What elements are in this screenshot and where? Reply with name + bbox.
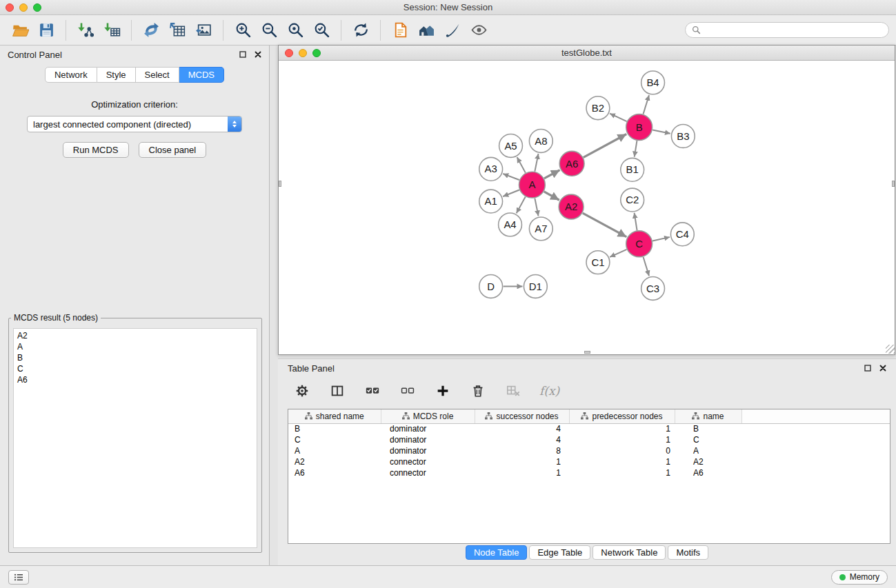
table-row[interactable]: Adominator80A [288, 445, 890, 456]
node-A4[interactable]: A4 [499, 213, 522, 236]
result-item[interactable]: C [17, 363, 253, 374]
zoom-in-icon[interactable] [232, 19, 254, 41]
delete-icon[interactable] [469, 382, 487, 400]
result-item[interactable]: B [17, 352, 253, 363]
import-network-icon[interactable] [74, 19, 97, 41]
network-graph[interactable]: B4B2BB3A5A8A6A3AB1A1A2C2A4A7C4CC1C3DD1 [279, 61, 895, 354]
result-item[interactable]: A6 [17, 374, 253, 385]
zoom-selected-icon[interactable] [310, 19, 332, 41]
table-row[interactable]: Cdominator41C [288, 434, 890, 445]
report-icon[interactable] [389, 19, 411, 41]
select-all-icon[interactable] [364, 382, 381, 400]
edge-C-C3[interactable] [644, 257, 649, 276]
edge-A-A2[interactable] [544, 192, 559, 200]
home-icon[interactable] [415, 19, 437, 41]
node-B1[interactable]: B1 [621, 158, 644, 181]
import-table-icon[interactable] [101, 19, 123, 41]
table-row[interactable]: Bdominator41B [288, 423, 890, 434]
deselect-all-icon[interactable] [399, 382, 417, 400]
window-minimize-button[interactable] [19, 3, 28, 12]
edge-A-A6[interactable] [544, 170, 560, 179]
show-hide-eye-icon[interactable] [468, 19, 490, 41]
memory-button[interactable]: Memory [831, 570, 888, 585]
column-header-predecessor-nodes[interactable]: predecessor nodes [569, 409, 675, 423]
node-C2[interactable]: C2 [621, 188, 644, 212]
node-A5[interactable]: A5 [499, 134, 523, 157]
close-panel-icon[interactable] [255, 51, 261, 58]
search-box[interactable] [685, 22, 889, 38]
edge-A-A4[interactable] [517, 197, 526, 214]
node-A8[interactable]: A8 [529, 130, 552, 153]
node-C4[interactable]: C4 [670, 223, 694, 246]
zoom-out-icon[interactable] [258, 19, 280, 41]
column-header-shared-name[interactable]: shared name [288, 409, 381, 423]
network-window-titlebar[interactable]: testGlobe.txt [279, 45, 895, 61]
frame-resize-handle[interactable] [892, 181, 895, 187]
table-settings-gear-icon[interactable] [293, 382, 311, 400]
edge-A-A3[interactable] [503, 174, 519, 180]
edge-C-C2[interactable] [635, 213, 637, 230]
export-table-icon[interactable] [166, 19, 188, 41]
function-builder-icon[interactable]: f(x) [539, 384, 559, 398]
table-tab-edge-table[interactable]: Edge Table [529, 545, 590, 560]
node-A7[interactable]: A7 [529, 217, 552, 241]
open-session-icon[interactable] [9, 19, 31, 41]
tab-network[interactable]: Network [45, 67, 97, 83]
criterion-dropdown[interactable]: largest connected component (directed) [27, 116, 242, 132]
network-minimize-button[interactable] [299, 49, 307, 57]
table-tab-motifs[interactable]: Motifs [668, 545, 708, 560]
window-zoom-button[interactable] [33, 3, 41, 12]
refresh-network-icon[interactable] [350, 19, 372, 41]
status-menu-button[interactable] [8, 570, 29, 585]
annotation-brush-icon[interactable] [441, 19, 464, 41]
column-header-mcds-role[interactable]: MCDS role [381, 409, 475, 423]
node-A2[interactable]: A2 [559, 194, 584, 219]
table-row[interactable]: A6connector11A6 [288, 467, 890, 478]
column-header-successor-nodes[interactable]: successor nodes [475, 409, 569, 423]
window-close-button[interactable] [6, 3, 14, 12]
clone-network-icon[interactable] [140, 19, 162, 41]
node-C1[interactable]: C1 [586, 251, 610, 274]
result-item[interactable]: A2 [17, 330, 253, 341]
edge-A-A1[interactable] [503, 190, 519, 196]
tab-select[interactable]: Select [136, 67, 179, 83]
edge-A6-B[interactable] [584, 134, 627, 157]
edge-B-B1[interactable] [635, 141, 637, 156]
node-B2[interactable]: B2 [586, 97, 610, 120]
node-B[interactable]: B [626, 114, 653, 141]
edge-B-B3[interactable] [653, 130, 670, 134]
close-panel-button[interactable]: Close panel [139, 142, 207, 158]
node-D1[interactable]: D1 [524, 275, 547, 298]
close-table-panel-icon[interactable] [879, 365, 886, 372]
node-B3[interactable]: B3 [671, 125, 695, 148]
table-tab-node-table[interactable]: Node Table [466, 545, 528, 560]
edge-A-A8[interactable] [535, 154, 538, 172]
zoom-fit-icon[interactable] [284, 19, 306, 41]
run-mcds-button[interactable]: Run MCDS [63, 142, 129, 158]
tab-style[interactable]: Style [97, 67, 136, 83]
edge-C-C4[interactable] [653, 237, 670, 241]
network-canvas[interactable]: B4B2BB3A5A8A6A3AB1A1A2C2A4A7C4CC1C3DD1 [279, 61, 895, 354]
float-table-panel-icon[interactable] [864, 365, 871, 372]
frame-resize-handle[interactable] [279, 181, 281, 187]
node-A1[interactable]: A1 [479, 190, 503, 213]
table-row[interactable]: A2connector11A2 [288, 456, 890, 467]
resize-grip-icon[interactable] [886, 345, 895, 354]
node-A3[interactable]: A3 [479, 157, 503, 181]
edge-B-B4[interactable] [644, 95, 649, 114]
node-C3[interactable]: C3 [641, 277, 665, 301]
edge-A2-C[interactable] [583, 213, 627, 237]
add-column-icon[interactable] [434, 382, 452, 400]
mcds-result-list[interactable]: A2ABCA6 [13, 328, 257, 548]
destroy-table-icon[interactable] [504, 382, 522, 400]
float-panel-icon[interactable] [239, 51, 246, 58]
edge-C-C1[interactable] [610, 250, 626, 257]
tab-mcds[interactable]: MCDS [179, 67, 224, 83]
table-tab-network-table[interactable]: Network Table [593, 545, 666, 560]
node-D[interactable]: D [479, 275, 503, 298]
node-A6[interactable]: A6 [559, 151, 584, 176]
node-A[interactable]: A [519, 172, 545, 198]
save-session-icon[interactable] [35, 19, 57, 41]
edge-B-B2[interactable] [610, 114, 627, 121]
network-zoom-button[interactable] [312, 49, 321, 57]
